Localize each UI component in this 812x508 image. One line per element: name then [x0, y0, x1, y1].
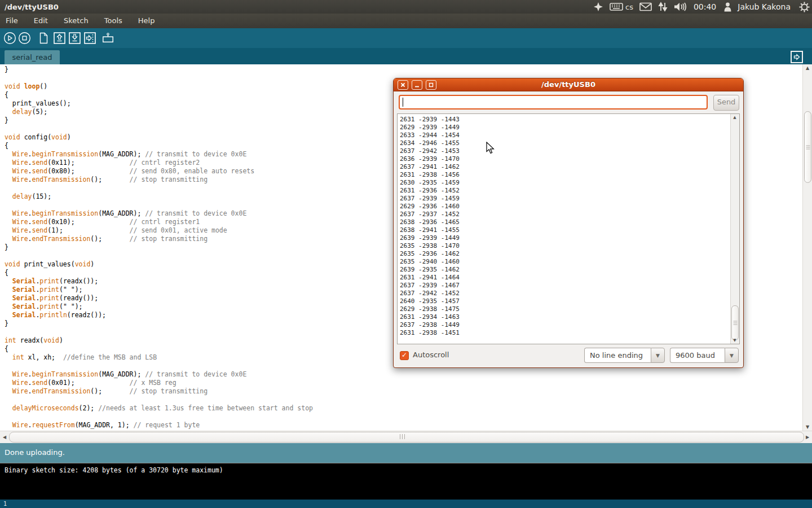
verify-button[interactable] — [3, 32, 16, 45]
current-line-number: 1 — [3, 501, 7, 507]
tab-menu-button[interactable] — [791, 51, 803, 63]
line-ending-select[interactable]: No line ending — [584, 348, 651, 363]
serial-monitor-title: /dev/ttyUSB0 — [394, 78, 743, 91]
panel-window-title: /dev/ttyUSB0 — [5, 3, 59, 11]
window-minimize-button[interactable] — [412, 80, 422, 90]
menu-file[interactable]: File — [0, 14, 26, 28]
user-menu[interactable]: Jakub Kakona — [738, 2, 791, 11]
status-message: Done uploading. — [5, 448, 65, 457]
line-number-bar: 1 — [0, 500, 812, 508]
keyboard-layout-icon[interactable]: cs — [610, 2, 633, 11]
serial-monitor-window: /dev/ttyUSB0 Send 2631 -2939 -1443 2629 … — [393, 78, 744, 368]
user-icon — [724, 2, 731, 12]
serial-output: 2631 -2939 -1443 2629 -2939 -1449 2633 -… — [400, 116, 460, 337]
network-sync-icon[interactable] — [658, 2, 668, 12]
scroll-down-arrow-icon[interactable]: ▼ — [731, 338, 739, 343]
screen: /dev/ttyUSB0 cs 00:40 Jakub Kakona — [0, 0, 812, 508]
ide-toolbar — [0, 28, 812, 48]
menu-help[interactable]: Help — [130, 14, 163, 28]
scroll-right-arrow-icon[interactable]: ▶ — [803, 435, 812, 440]
editor-vscroll-thumb[interactable] — [804, 111, 811, 183]
editor-hscroll-thumb[interactable] — [9, 432, 804, 443]
top-panel: /dev/ttyUSB0 cs 00:40 Jakub Kakona — [0, 0, 812, 14]
stop-button[interactable] — [18, 32, 31, 45]
keyboard-layout-label: cs — [625, 3, 633, 11]
tab-strip: serial_read — [0, 48, 812, 64]
menu-edit[interactable]: Edit — [26, 14, 56, 28]
session-gear-icon[interactable] — [799, 2, 810, 12]
new-sketch-button[interactable] — [37, 32, 50, 45]
pinwheel-indicator-icon[interactable] — [593, 2, 603, 12]
console-text: Binary sketch size: 4208 bytes (of a 307… — [5, 466, 223, 474]
open-sketch-button[interactable] — [53, 32, 66, 45]
serial-monitor-titlebar[interactable]: /dev/ttyUSB0 — [394, 78, 743, 91]
serial-vertical-scrollbar[interactable]: ▲ ▼ — [730, 114, 739, 344]
autoscroll-checkbox[interactable]: ✓ — [400, 351, 409, 360]
hscroll-grip — [400, 434, 405, 439]
save-sketch-button[interactable] — [68, 32, 81, 45]
scroll-up-arrow-icon[interactable]: ▲ — [731, 115, 739, 120]
menu-tools[interactable]: Tools — [96, 14, 130, 28]
scroll-down-arrow-icon[interactable]: ▼ — [803, 424, 812, 430]
scroll-left-arrow-icon[interactable]: ◀ — [0, 435, 9, 440]
window-maximize-button[interactable] — [426, 80, 436, 90]
mail-icon[interactable] — [639, 2, 652, 11]
editor-vertical-scrollbar[interactable]: ▲ ▼ — [802, 64, 812, 431]
serial-vscroll-thumb[interactable] — [731, 305, 739, 340]
mouse-cursor — [486, 142, 495, 154]
clock[interactable]: 00:40 — [694, 2, 716, 11]
menu-sketch[interactable]: Sketch — [56, 14, 96, 28]
system-tray: cs 00:40 Jakub Kakona — [593, 0, 810, 14]
send-button[interactable]: Send — [713, 95, 739, 111]
ide-console: Binary sketch size: 4208 bytes (of a 307… — [0, 463, 812, 500]
line-ending-dropdown-arrow-icon[interactable]: ▼ — [651, 348, 665, 363]
serial-output-area: 2631 -2939 -1443 2629 -2939 -1449 2633 -… — [397, 113, 740, 344]
autoscroll-label: Autoscroll — [413, 351, 449, 359]
upload-button[interactable] — [83, 32, 96, 45]
text-caret — [403, 98, 403, 107]
code-editor: } void loop(){ print_values(); delay(5);… — [5, 65, 313, 430]
menubar: File Edit Sketch Tools Help — [0, 14, 812, 28]
scroll-up-arrow-icon[interactable]: ▲ — [803, 65, 812, 71]
serial-monitor-button[interactable] — [102, 32, 114, 45]
serial-send-input[interactable] — [399, 95, 708, 110]
baud-rate-dropdown-arrow-icon[interactable]: ▼ — [725, 348, 739, 363]
ide-status-bar: Done uploading. — [0, 443, 812, 463]
window-close-button[interactable] — [398, 80, 408, 90]
baud-rate-select[interactable]: 9600 baud — [670, 348, 725, 363]
volume-icon[interactable] — [674, 2, 687, 12]
tab-serial-read[interactable]: serial_read — [5, 50, 60, 64]
